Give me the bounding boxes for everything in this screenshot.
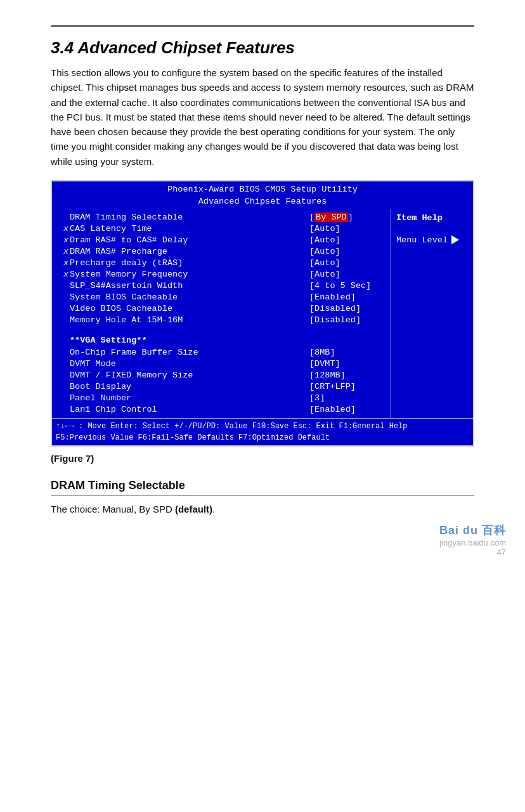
menu-level-arrow-icon [451,235,459,244]
bios-row-value: [128MB] [309,370,386,380]
bios-row-label: Dram RAS# to CAS# Delay [70,235,309,245]
bios-row-label: Boot Display [70,382,309,391]
bios-row-value: [Auto] [309,247,386,256]
bios-row-cas: x CAS Latency Time [Auto] [57,223,386,235]
bios-row-label: Panel Number [70,393,309,403]
bios-row-value: [CRT+LFP] [309,382,386,391]
bios-main: DRAM Timing Selectable [By SPD] x CAS La… [52,209,391,418]
bios-row-label: DVMT / FIXED Memory Size [70,370,309,380]
bios-header-line2: Advanced Chipset Features [52,196,473,208]
bios-row-on-chip-frame: On-Chip Frame Buffer Size [8MB] [57,347,386,358]
by-spd-highlight: By SPD [314,213,348,222]
watermark-area: Bai du 百科 jingyan.baidu.com 47 [0,516,525,557]
bios-row-label: On-Chip Frame Buffer Size [70,348,309,357]
bios-row-vga-setting: **VGA Setting** [57,334,386,347]
watermark-url: jingyan.baidu.com [0,538,506,547]
bios-body: DRAM Timing Selectable [By SPD] x CAS La… [52,209,473,418]
bios-row-system-bios-cache: System BIOS Cacheable [Enabled] [57,292,386,303]
menu-level-row: Menu Level [396,235,468,245]
bios-row-prefix: x [57,270,68,279]
bios-row-value: [Auto] [309,235,386,245]
bios-row-value: [Enabled] [309,292,386,302]
bios-row-video-bios-cache: Video BIOS Cacheable [Disabled] [57,303,386,315]
bios-header-line1: Phoenix-Award BIOS CMOS Setup Utility [52,184,473,196]
baidu-logo: Bai du 百科 [439,523,506,538]
bios-row-value: [3] [309,393,386,403]
subsection-title: DRAM Timing Selectable [51,479,474,492]
bios-row-dram-ras-precharge: x DRAM RAS# Precharge [Auto] [57,246,386,258]
bios-row-lan1-chip: Lan1 Chip Control [Enabled] [57,404,386,416]
bios-row-label: DRAM Timing Selectable [70,213,309,222]
item-help-title: Item Help [396,213,468,223]
bios-row-precharge-delay: x Precharge dealy (tRAS) [Auto] [57,258,386,269]
bios-row-value: [Auto] [309,270,386,279]
bios-row-value: [8MB] [309,348,386,357]
bios-row-value: [4 to 5 Sec] [309,281,386,291]
bios-row-value: [Disabled] [309,304,386,313]
bios-vga-title: **VGA Setting** [70,334,386,346]
bios-footer: ↑↓←→ : Move Enter: Select +/-/PU/PD: Val… [52,418,473,445]
bios-row-panel-number: Panel Number [3] [57,393,386,404]
top-rule [51,25,474,27]
section-description: This section allows you to configure the… [51,65,474,169]
bios-row-value: [Auto] [309,224,386,233]
bios-row-label: CAS Latency Time [70,224,309,233]
subsection-description: The choice: Manual, By SPD (default). [51,502,474,516]
bios-row-prefix: x [57,247,68,256]
bios-row-prefix: x [57,258,68,268]
bios-row-label: System BIOS Cacheable [70,292,309,302]
bios-row-dvmt-mode: DVMT Mode [DVMT] [57,358,386,370]
bios-row-value: [DVMT] [309,359,386,369]
bios-row-label: Video BIOS Cacheable [70,304,309,313]
bios-row-slp-s4: SLP_S4#Assertoin Width [4 to 5 Sec] [57,280,386,292]
bios-header: Phoenix-Award BIOS CMOS Setup Utility Ad… [52,181,473,209]
bios-sidebar: Item Help Menu Level [391,209,473,418]
bios-row-label: DRAM RAS# Precharge [70,247,309,256]
bios-row-dram-ras-cas: x Dram RAS# to CAS# Delay [Auto] [57,235,386,246]
subsection-rule [51,495,474,495]
bios-footer-line1: ↑↓←→ : Move Enter: Select +/-/PU/PD: Val… [56,421,469,432]
bios-row-label: DVMT Mode [70,359,309,369]
bios-row-label: System Memory Frequency [70,270,309,279]
menu-level-label: Menu Level [396,235,448,245]
page-number: 47 [0,547,506,557]
bios-row-dram-timing: DRAM Timing Selectable [By SPD] [57,212,386,223]
bios-row-label: Lan1 Chip Control [70,405,309,414]
bios-empty-row [57,326,386,334]
default-bold: (default) [175,504,212,514]
bios-row-value: [Auto] [309,258,386,268]
bios-row-prefix: x [57,235,68,245]
figure-caption: (Figure 7) [51,453,474,464]
bios-row-prefix: x [57,224,68,233]
bios-row-label: SLP_S4#Assertoin Width [70,281,309,291]
bios-row-value: [Enabled] [309,405,386,414]
bios-row-boot-display: Boot Display [CRT+LFP] [57,381,386,393]
bios-row-label: Memory Hole At 15M-16M [70,315,309,325]
bios-row-label: Precharge dealy (tRAS) [70,258,309,268]
bios-row-dvmt-fixed: DVMT / FIXED Memory Size [128MB] [57,370,386,381]
bios-screen: Phoenix-Award BIOS CMOS Setup Utility Ad… [51,180,474,447]
bios-row-memory-hole: Memory Hole At 15M-16M [Disabled] [57,315,386,326]
bios-row-system-memory-freq: x System Memory Frequency [Auto] [57,269,386,280]
bios-row-value: [Disabled] [309,315,386,325]
section-title: 3.4 Advanced Chipset Features [51,38,474,58]
bios-row-value: [By SPD] [309,213,386,222]
bios-footer-line2: F5:Previous Value F6:Fail-Safe Defaults … [56,432,469,443]
